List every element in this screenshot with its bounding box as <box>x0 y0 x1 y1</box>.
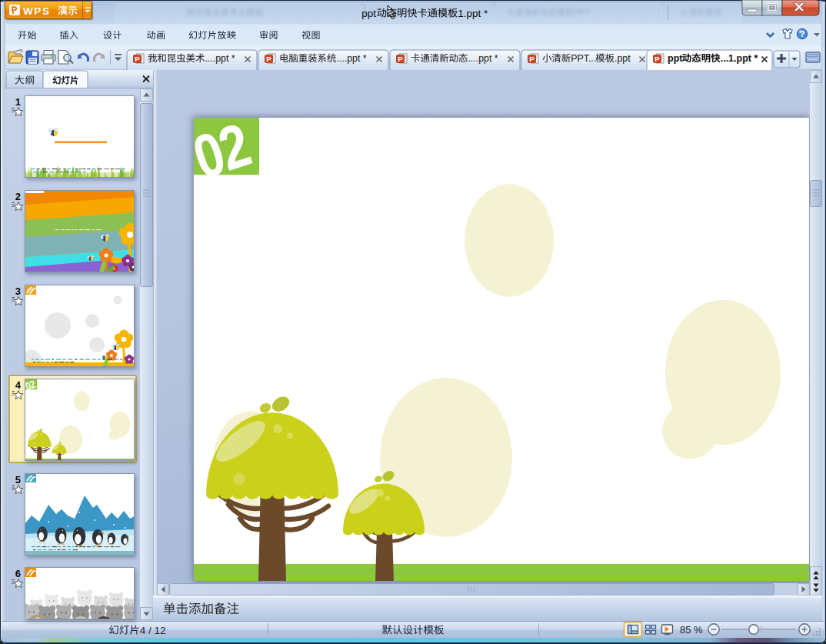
svg-text:....ppt *: ....ppt * <box>205 53 235 64</box>
svg-text:....ppt *: ....ppt * <box>468 53 498 64</box>
svg-text:2: 2 <box>15 191 21 202</box>
svg-text:1.ppt *: 1.ppt * <box>458 8 488 19</box>
svg-text:....ppt *: ....ppt * <box>336 53 366 64</box>
svg-text:ppt: ppt <box>668 53 683 64</box>
svg-text:WPS: WPS <box>23 5 51 17</box>
svg-text:4: 4 <box>15 379 22 391</box>
svg-text:85 %: 85 % <box>680 624 703 636</box>
svg-text:4 / 12: 4 / 12 <box>140 625 166 636</box>
svg-text:.ppt: .ppt <box>615 53 631 64</box>
svg-text:1: 1 <box>15 96 21 108</box>
svg-text:ppt: ppt <box>361 8 376 19</box>
svg-text:6: 6 <box>15 568 21 579</box>
svg-text:5: 5 <box>15 474 21 486</box>
svg-text:PPT...: PPT... <box>571 53 596 64</box>
svg-text:...1.ppt *: ...1.ppt * <box>721 53 758 64</box>
svg-text:3: 3 <box>15 285 21 297</box>
